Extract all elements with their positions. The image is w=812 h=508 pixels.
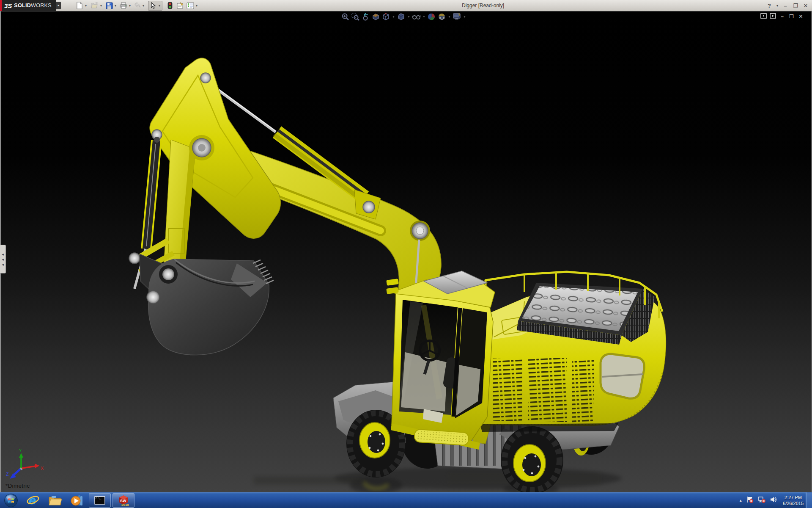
clock-time: 2:27 PM (783, 494, 804, 500)
solidworks-taskbar-button[interactable]: SW 2015 (112, 493, 134, 508)
document-minimize-button[interactable]: – (779, 14, 785, 19)
open-icon[interactable] (91, 1, 99, 10)
dropdown-arrow-icon[interactable]: ▾ (195, 4, 199, 8)
front-right-wheel (501, 426, 563, 494)
3ds-logo-mark: 3S (4, 2, 12, 9)
display-style-icon[interactable] (397, 12, 406, 21)
solidworks-2015-icon: SW 2015 (117, 494, 130, 507)
svg-text:2015: 2015 (121, 503, 129, 507)
headsup-view-toolbar: ▾ ▾ ▾ ▾ ▾ (341, 12, 466, 21)
taskbar-clock[interactable]: 2:27 PM 6/26/2015 (783, 494, 804, 506)
previous-view-icon[interactable] (361, 12, 370, 21)
minimize-button[interactable]: – (782, 3, 789, 9)
triad-y-label: Y (19, 448, 22, 453)
select-tool-button[interactable]: ▾ (148, 1, 162, 11)
view-orientation-icon[interactable] (381, 12, 390, 21)
window-title: Digger [Read-only] (462, 3, 504, 8)
cab (386, 271, 495, 450)
taskbar: e C:\_ SW 2015 ▲ (0, 492, 812, 508)
hide-show-items-icon[interactable] (412, 12, 421, 21)
dropdown-arrow-icon[interactable]: ▾ (113, 4, 118, 8)
view-orientation-label: *Dimetric (5, 483, 30, 489)
system-tray: ▲ 2:27 PM 6/26/2015 (739, 492, 804, 508)
featuremanager-collapsed-tab[interactable]: ◀ ◀ ◀ (0, 245, 6, 273)
start-button[interactable] (0, 493, 22, 508)
file-properties-icon[interactable] (176, 1, 184, 10)
excavator-model[interactable]: Y X Z (0, 0, 812, 508)
excavator-body (473, 272, 666, 444)
main-toolbar: ▾ ▾ ▾ ▾ ▾ ▾ ▾ (73, 1, 199, 10)
document-restore-button[interactable]: ❐ (788, 14, 795, 19)
section-view-icon[interactable] (371, 12, 380, 21)
edit-appearance-icon[interactable] (427, 12, 436, 21)
dropdown-arrow-icon[interactable]: ▾ (392, 15, 395, 19)
command-prompt-icon: C:\_ (94, 496, 105, 505)
collapse-arrow-icon: ◀ (2, 253, 4, 256)
network-status-icon[interactable] (757, 496, 766, 505)
new-document-icon[interactable] (75, 1, 84, 10)
document-close-button[interactable]: ✕ (798, 14, 804, 19)
dropdown-arrow-icon[interactable]: ▾ (128, 4, 132, 8)
solidworks-logo[interactable]: 3S SOLID WORKS (0, 0, 56, 11)
window-controls: ? ▾ – ❐ ✕ (765, 0, 809, 11)
dropdown-arrow-icon[interactable]: ▾ (99, 4, 103, 8)
bucket (129, 240, 274, 355)
dropdown-arrow-icon[interactable]: ▾ (141, 4, 145, 8)
apply-scene-icon[interactable] (437, 12, 446, 21)
brand-light-text: WORKS (31, 3, 52, 8)
select-cursor-icon (149, 1, 157, 10)
triad-z-label: Z (6, 472, 9, 477)
document-window-controls: – ❐ ✕ (760, 13, 804, 20)
floor-reflection (254, 467, 622, 495)
brand-bold-text: SOLID (14, 3, 31, 8)
dropdown-arrow-icon[interactable]: ▾ (84, 4, 88, 8)
zoom-to-fit-icon[interactable] (341, 12, 350, 21)
volume-icon[interactable] (770, 496, 777, 505)
zoom-to-area-icon[interactable] (351, 12, 360, 21)
dropdown-arrow-icon[interactable]: ▾ (407, 15, 411, 19)
triad-x-label: X (41, 466, 44, 471)
svg-text:SW: SW (120, 499, 126, 503)
restore-pane-right-icon[interactable] (770, 13, 776, 20)
media-player-icon[interactable] (66, 493, 88, 508)
print-icon[interactable] (119, 1, 128, 10)
windows-explorer-icon[interactable] (44, 493, 66, 508)
show-desktop-button[interactable] (806, 492, 812, 508)
restore-button[interactable]: ❐ (792, 3, 799, 9)
dropdown-arrow-icon[interactable]: ▾ (776, 4, 779, 8)
clock-date: 6/26/2015 (783, 500, 804, 506)
brand-red-stripe (0, 0, 2, 11)
collapse-arrow-icon: ◀ (2, 258, 4, 261)
dropdown-arrow-icon[interactable]: ▾ (422, 15, 426, 19)
command-prompt-screen: C:\_ (95, 497, 104, 504)
dropdown-arrow-icon[interactable]: ▾ (463, 15, 466, 19)
undo-icon[interactable] (133, 1, 141, 10)
command-prompt-taskbar-button[interactable]: C:\_ (89, 493, 111, 508)
orientation-triad: Y X Z (6, 448, 44, 479)
options-icon[interactable] (186, 1, 195, 10)
close-button[interactable]: ✕ (802, 3, 809, 9)
restore-pane-left-icon[interactable] (760, 13, 767, 20)
titlebar: 3S SOLID WORKS ▸ ▾ ▾ ▾ ▾ ▾ ▾ (0, 0, 812, 11)
action-center-icon[interactable] (746, 496, 754, 505)
solidworks-app-window: { "window": { "brand_mark": "3S", "brand… (0, 0, 812, 508)
help-button[interactable]: ? (765, 3, 773, 9)
collapse-arrow-icon: ◀ (2, 263, 4, 266)
solidworks-menu-expand-icon[interactable]: ▸ (56, 2, 61, 9)
internet-explorer-icon[interactable]: e (22, 493, 44, 508)
dropdown-arrow-icon[interactable]: ▾ (447, 15, 451, 19)
view-settings-icon[interactable] (453, 12, 461, 21)
dropdown-arrow-icon: ▾ (157, 4, 162, 8)
rebuild-icon[interactable] (166, 1, 174, 10)
show-hidden-icons-button[interactable]: ▲ (739, 499, 742, 502)
save-icon[interactable] (105, 1, 113, 10)
